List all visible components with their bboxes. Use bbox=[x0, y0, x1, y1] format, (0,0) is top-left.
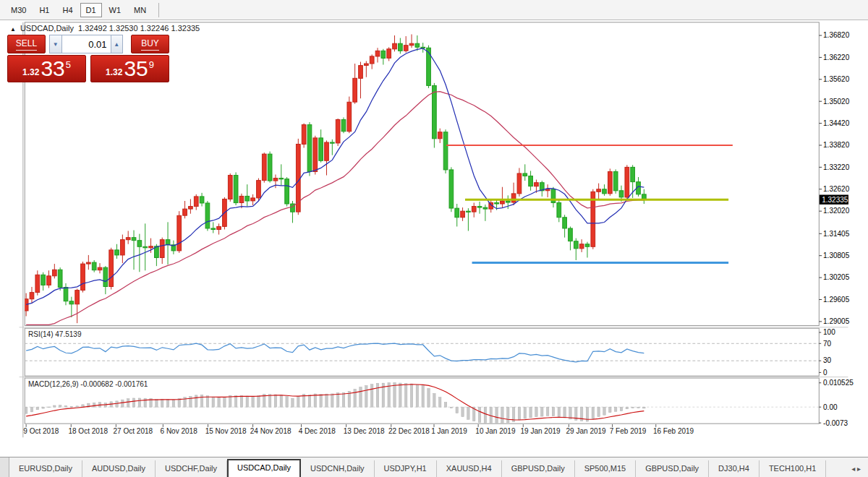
timeframe-button-h4[interactable]: H4 bbox=[56, 3, 78, 17]
candle-body bbox=[268, 154, 272, 181]
candle-body bbox=[132, 238, 136, 241]
macd-histogram-bar bbox=[609, 407, 611, 413]
macd-histogram-bar bbox=[461, 407, 464, 416]
macd-histogram-bar bbox=[354, 389, 356, 407]
macd-histogram-bar bbox=[212, 397, 214, 407]
candle-body bbox=[472, 207, 476, 212]
buy-price-big: 35 bbox=[124, 58, 148, 80]
macd-histogram-bar bbox=[93, 403, 95, 407]
volume-decrease-button[interactable]: ▼ bbox=[49, 35, 61, 53]
chart-tab-gbpusd-daily[interactable]: GBPUSD,Daily bbox=[502, 460, 575, 477]
macd-histogram-bar bbox=[200, 395, 203, 407]
macd-histogram-bar bbox=[314, 394, 316, 407]
x-axis-label: 1 Jan 2019 bbox=[431, 427, 467, 435]
candle-body bbox=[217, 226, 221, 229]
chart-tab-usdjpy-h1[interactable]: USDJPY,H1 bbox=[375, 460, 437, 477]
candle-body bbox=[200, 197, 204, 203]
macd-histogram-bar bbox=[558, 407, 560, 416]
macd-histogram-bar bbox=[422, 385, 424, 407]
candle-body bbox=[625, 167, 629, 197]
candle-body bbox=[603, 189, 607, 194]
candle-body bbox=[205, 203, 210, 228]
volume-input[interactable] bbox=[62, 35, 111, 53]
tab-scroll-arrows[interactable]: ◂ ▸ bbox=[844, 460, 868, 477]
chart-tab-gbpusd-daily[interactable]: GBPUSD,Daily bbox=[636, 460, 709, 477]
chart-tab-eurusd-daily[interactable]: EURUSD,Daily bbox=[9, 460, 82, 477]
macd-histogram-bar bbox=[592, 407, 594, 418]
macd-histogram-bar bbox=[501, 407, 503, 423]
chart-ohlc-values: 1.32492 1.32530 1.32246 1.32335 bbox=[78, 24, 200, 33]
chart-tab-sp500-m15[interactable]: SP500,M15 bbox=[575, 460, 636, 477]
candle-body bbox=[393, 43, 397, 49]
macd-axis-label: -0.0073 bbox=[823, 419, 848, 427]
buy-button-label: BUY bbox=[141, 38, 159, 51]
chart-tab-usdcad-daily-active[interactable]: USDCAD,Daily bbox=[227, 459, 301, 477]
volume-increase-button[interactable]: ▲ bbox=[111, 35, 123, 53]
chart-tab-tech100-h1[interactable]: TECH100,H1 bbox=[760, 460, 826, 477]
candle-body bbox=[143, 246, 148, 248]
candle-body bbox=[370, 56, 374, 64]
x-axis-label: 29 Jan 2019 bbox=[566, 427, 607, 435]
y-axis-label: 1.31405 bbox=[823, 230, 850, 238]
macd-histogram-bar bbox=[529, 407, 532, 418]
macd-histogram-bar bbox=[336, 392, 339, 407]
chart-tab-usdchf-daily[interactable]: USDCHF,Daily bbox=[156, 460, 227, 477]
x-axis-label: 27 Oct 2018 bbox=[114, 427, 153, 435]
price-chart[interactable]: 1.368201.362201.356201.350201.344201.338… bbox=[0, 20, 868, 457]
candle-body bbox=[347, 102, 352, 132]
buy-button[interactable]: BUY bbox=[131, 35, 169, 53]
macd-histogram-bar bbox=[552, 407, 554, 416]
macd-histogram-bar bbox=[258, 396, 260, 408]
macd-histogram-bar bbox=[320, 395, 322, 408]
y-axis-label: 1.35620 bbox=[823, 75, 850, 83]
timeframe-button-m30[interactable]: M30 bbox=[5, 3, 32, 17]
candle-body bbox=[58, 270, 62, 287]
candle-body bbox=[302, 125, 306, 145]
candle-body bbox=[495, 202, 499, 204]
candle-body bbox=[103, 267, 108, 286]
buy-price-box[interactable]: 1.32 35 9 bbox=[90, 55, 169, 82]
candle-body bbox=[228, 176, 232, 199]
candle-body bbox=[251, 198, 255, 201]
chart-tab-audusd-daily[interactable]: AUDUSD,Daily bbox=[82, 460, 156, 477]
y-axis-label: 1.35020 bbox=[823, 98, 850, 106]
candle-body bbox=[483, 207, 488, 209]
macd-histogram-bar bbox=[631, 407, 634, 408]
candle-body bbox=[551, 189, 556, 203]
chart-tab-dj30-h4[interactable]: DJ30,H4 bbox=[709, 460, 760, 477]
candle-body bbox=[557, 202, 561, 217]
timeframe-button-mn[interactable]: MN bbox=[128, 3, 152, 17]
macd-histogram-bar bbox=[376, 383, 378, 407]
macd-histogram-bar bbox=[195, 395, 197, 407]
macd-histogram-bar bbox=[172, 400, 174, 407]
candle-body bbox=[183, 209, 187, 215]
macd-histogram-bar bbox=[59, 405, 61, 407]
candle-body bbox=[319, 138, 323, 160]
x-axis-label: 6 Nov 2018 bbox=[161, 427, 198, 435]
collapse-panel-icon[interactable]: ▲ bbox=[10, 26, 16, 33]
x-axis-label: 10 Jan 2019 bbox=[475, 427, 516, 435]
macd-histogram-bar bbox=[535, 407, 537, 416]
sell-price-box[interactable]: 1.32 33 5 bbox=[7, 55, 86, 82]
x-axis-label: 9 Oct 2018 bbox=[23, 427, 59, 435]
timeframe-button-h1[interactable]: H1 bbox=[33, 3, 55, 17]
candle-body bbox=[433, 85, 437, 138]
macd-histogram-bar bbox=[234, 396, 237, 408]
rsi-axis-label: 0 bbox=[823, 369, 827, 377]
sell-button[interactable]: SELL bbox=[7, 35, 46, 53]
candle-body bbox=[47, 276, 51, 285]
chart-tab-usdcnh-daily[interactable]: USDCNH,Daily bbox=[301, 460, 375, 477]
timeframe-button-d1[interactable]: D1 bbox=[80, 3, 102, 17]
macd-axis-label: 0.00 bbox=[823, 403, 838, 411]
macd-histogram-bar bbox=[252, 396, 254, 407]
macd-histogram-bar bbox=[438, 398, 441, 407]
macd-histogram-bar bbox=[36, 407, 38, 410]
spinner-up-icon: ▲ bbox=[114, 41, 119, 48]
macd-histogram-bar bbox=[541, 407, 543, 416]
macd-histogram-bar bbox=[563, 407, 566, 418]
candle-body bbox=[569, 228, 573, 241]
chart-tab-xauusd-h4[interactable]: XAUUSD,H4 bbox=[437, 460, 502, 477]
macd-histogram-bar bbox=[331, 394, 333, 407]
timeframe-button-w1[interactable]: W1 bbox=[103, 3, 127, 17]
sell-price-base: 1.32 bbox=[22, 67, 39, 77]
